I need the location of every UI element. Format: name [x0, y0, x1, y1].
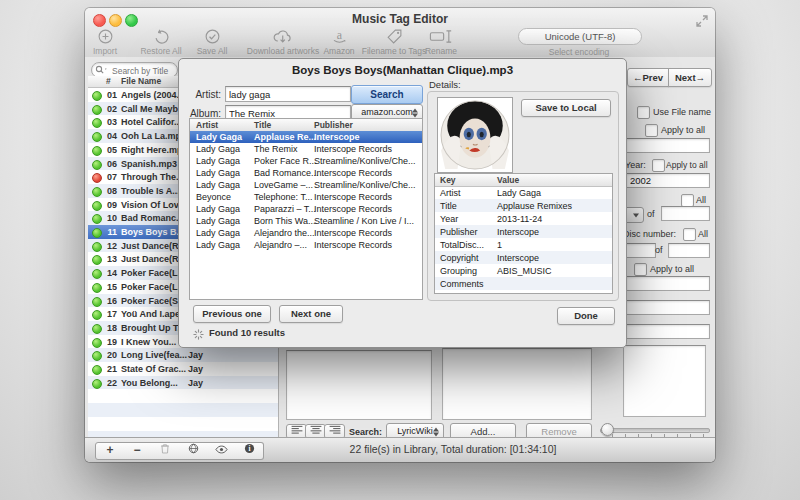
- result-row[interactable]: Lady GagaAlejandro –...Interscope Record…: [190, 239, 422, 251]
- results-column-title[interactable]: Title: [254, 120, 271, 130]
- kv-value: Interscope: [497, 253, 539, 263]
- align-right-button[interactable]: [324, 424, 345, 438]
- add-files-button[interactable]: +: [95, 442, 125, 460]
- minimize-button[interactable]: [109, 14, 122, 27]
- kv-key: TotalDisc...: [440, 240, 484, 250]
- save-to-local-button[interactable]: Save to Local: [521, 99, 611, 117]
- kv-row[interactable]: GroupingABIS_MUSIC: [435, 264, 612, 277]
- kv-key: Grouping: [440, 266, 477, 276]
- kv-column-key[interactable]: Key: [440, 175, 456, 185]
- column-header-number[interactable]: #: [106, 76, 111, 86]
- artwork-remove-button[interactable]: Remove: [526, 423, 592, 438]
- year-field[interactable]: [626, 173, 710, 188]
- track-total-field[interactable]: [661, 206, 710, 221]
- result-publisher: Interscope Records: [314, 228, 392, 238]
- file-row-name: Spanish.mp3: [121, 159, 177, 169]
- align-left-button[interactable]: [286, 424, 307, 438]
- result-row[interactable]: Lady GagaApplause Re...Interscope: [190, 131, 422, 143]
- encoding-select[interactable]: Unicode (UTF-8): [518, 28, 642, 45]
- grouping-field[interactable]: [626, 324, 710, 339]
- use-filename-checkbox[interactable]: [637, 106, 650, 119]
- file-row-number: 16: [103, 296, 117, 306]
- encoding-caption: Select encoding: [518, 47, 640, 57]
- green-status-icon: [92, 324, 102, 334]
- result-row[interactable]: Lady GagaPaparazzi – T...Interscope Reco…: [190, 203, 422, 215]
- window-chrome: Music Tag Editor ImportRestore AllSave A…: [85, 8, 715, 58]
- result-publisher: Interscope Records: [314, 204, 392, 214]
- web-search-button[interactable]: [179, 442, 208, 460]
- kv-value: Applause Remixes: [497, 201, 572, 211]
- artwork-comments-textarea[interactable]: [442, 348, 592, 420]
- zoom-button[interactable]: [125, 14, 138, 27]
- remove-files-button[interactable]: −: [123, 442, 152, 460]
- artwork-size-slider[interactable]: [600, 428, 710, 433]
- prev-file-button[interactable]: ←Prev: [627, 68, 669, 87]
- results-column-publisher[interactable]: Publisher: [314, 120, 353, 130]
- toolbar-rename[interactable]: Rename: [395, 28, 487, 56]
- kv-value: Interscope: [497, 227, 539, 237]
- kv-row[interactable]: TitleApplause Remixes: [435, 199, 612, 212]
- disc-all-checkbox[interactable]: [683, 228, 696, 241]
- title-field[interactable]: [626, 138, 710, 153]
- next-file-button[interactable]: Next→: [668, 68, 712, 87]
- result-row[interactable]: Lady GagaLoveGame –...Streamline/Konlive…: [190, 179, 422, 191]
- result-publisher: Interscope Records: [314, 240, 392, 250]
- result-artist: Lady Gaga: [196, 156, 240, 166]
- file-row-name: Poker Face(L...: [121, 268, 185, 278]
- kv-row[interactable]: CopyrightInterscope: [435, 251, 612, 264]
- kv-row[interactable]: ArtistLady Gaga: [435, 186, 612, 199]
- kv-column-value[interactable]: Value: [497, 175, 519, 185]
- lyrics-textarea[interactable]: [286, 350, 432, 420]
- trash-button[interactable]: [151, 442, 180, 460]
- artist-input[interactable]: [225, 86, 351, 102]
- genre-field[interactable]: [626, 276, 710, 291]
- file-row-name: Through The...: [121, 172, 184, 182]
- close-button[interactable]: [93, 14, 106, 27]
- file-row-number: 07: [103, 172, 117, 182]
- next-result-button[interactable]: Next one: [279, 305, 343, 323]
- fullscreen-icon[interactable]: [696, 13, 708, 25]
- result-row[interactable]: Lady GagaPoker Face R...Streamline/Konli…: [190, 155, 422, 167]
- result-row[interactable]: Lady GagaAlejandro the...Interscope Reco…: [190, 227, 422, 239]
- kv-row[interactable]: PublisherInterscope: [435, 225, 612, 238]
- file-row[interactable]: 22You Belong...Jay: [88, 376, 278, 390]
- previous-result-button[interactable]: Previous one: [193, 305, 271, 323]
- composer-field[interactable]: [626, 300, 710, 315]
- file-row-number: 10: [103, 213, 117, 223]
- artwork-add-button[interactable]: Add...: [450, 423, 516, 438]
- file-row-number: 17: [103, 309, 117, 319]
- year-apply-all-checkbox[interactable]: [652, 159, 665, 172]
- result-row[interactable]: Lady GagaBad Romance...Interscope Record…: [190, 167, 422, 179]
- kv-key: Title: [440, 201, 457, 211]
- preview-button[interactable]: [207, 442, 236, 460]
- column-header-filename[interactable]: File Name: [121, 76, 161, 86]
- result-row[interactable]: BeyonceTelephone: T...Interscope Records: [190, 191, 422, 203]
- info-button[interactable]: i: [235, 442, 264, 460]
- done-button[interactable]: Done: [557, 307, 615, 325]
- title-apply-all-checkbox[interactable]: [645, 124, 658, 137]
- results-column-artist[interactable]: Artist: [196, 120, 218, 130]
- search-button[interactable]: Search: [351, 85, 423, 104]
- kv-value: Lady Gaga: [497, 188, 541, 198]
- kv-row[interactable]: TotalDisc...1: [435, 238, 612, 251]
- result-artist: Lady Gaga: [196, 132, 242, 142]
- result-row[interactable]: Lady GagaThe RemixInterscope Records: [190, 143, 422, 155]
- genre-apply-all-checkbox[interactable]: [634, 263, 647, 276]
- file-row[interactable]: 20Long Live(fea...Jay: [88, 348, 278, 362]
- result-publisher: Streamline/Konlive/Che...: [314, 156, 416, 166]
- green-status-icon: [92, 365, 102, 375]
- result-title: Alejandro –...: [254, 240, 307, 250]
- lyrics-source-popup[interactable]: LyricWiki: [386, 423, 444, 438]
- kv-row[interactable]: Year2013-11-24: [435, 212, 612, 225]
- result-row[interactable]: Lady GagaBorn This Wa...Steamline / Kon …: [190, 215, 422, 227]
- kv-table-body: ArtistLady GagaTitleApplause RemixesYear…: [435, 186, 612, 293]
- disc-total-field[interactable]: [668, 243, 710, 258]
- info-icon: i: [244, 443, 255, 454]
- comments-textarea[interactable]: [623, 345, 706, 417]
- tag-search-dialog: Boys Boys Boys(Manhattan Clique).mp3 Art…: [178, 58, 627, 348]
- kv-row[interactable]: Comments: [435, 277, 612, 290]
- rename-icon: [395, 28, 487, 46]
- file-row[interactable]: 21State Of Grac...Jay: [88, 362, 278, 376]
- align-center-button[interactable]: [305, 424, 326, 438]
- kv-key: Publisher: [440, 227, 478, 237]
